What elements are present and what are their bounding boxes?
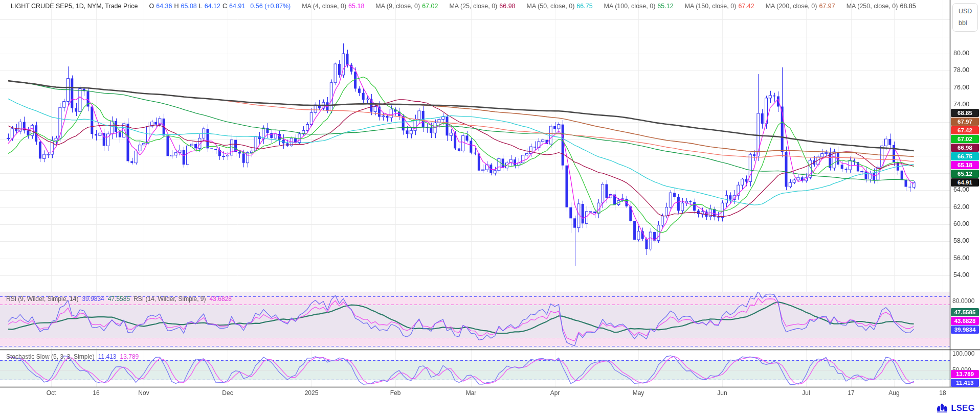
stochastic-legend: Stochastic Slow (5, 3, 3, Simple)11.4131… [6, 353, 139, 360]
stoch-tag: 11.413 [951, 379, 979, 387]
ma-legend-item: MA (50, close, 0)66.75 [521, 3, 598, 10]
price-tick-label: 60.00 [953, 220, 969, 227]
lseg-crest-icon [936, 403, 948, 413]
rsi-legend: RSI (9, Wilder, Simple, 14)39.983447.558… [6, 295, 232, 303]
price-tick-label: 64.00 [953, 186, 969, 193]
currency-label: USD [959, 8, 977, 15]
lseg-logo: LSEG [936, 403, 975, 413]
chart-application: LIGHT CRUDE SEP5, 1D, NYM, Trade PriceO6… [0, 0, 980, 418]
price-tag: 65.12 [951, 170, 979, 178]
ma-legend-item: MA (150, close, 0)67.42 [679, 3, 760, 10]
time-axis-label: Jun [717, 389, 727, 397]
ma-value: 67.97 [819, 3, 835, 10]
ma-value: 65.12 [657, 3, 673, 10]
ohlc-group: O64.36H65.08L64.12C64.910.56 (+0.87%) [143, 3, 296, 10]
ma-label: MA (150, close, 0) [685, 3, 737, 10]
time-axis-label: Feb [390, 389, 401, 397]
price-tick-label: 80.00 [953, 50, 969, 57]
change-value: 0.56 (+0.87%) [250, 3, 291, 10]
rsi-tag: 47.5585 [951, 308, 979, 316]
ma-legend-item: MA (25, close, 0)66.98 [443, 3, 521, 10]
rsi-tick-label: 80.0000 [952, 297, 974, 305]
time-axis-label: Nov [138, 389, 149, 397]
price-tag: 65.18 [951, 161, 979, 169]
rsi-legend-item: 43.6828 [210, 295, 232, 303]
time-axis-label: Apr [550, 389, 560, 397]
time-axis-label: Mar [466, 389, 477, 397]
lseg-wordmark: LSEG [951, 403, 975, 413]
time-axis-label: Oct [47, 389, 56, 397]
rsi-tag: 43.6828 [951, 317, 979, 325]
instrument-title-group: LIGHT CRUDE SEP5, 1D, NYM, Trade Price [5, 3, 143, 10]
ohlc-value: 64.36 [156, 3, 172, 10]
ma-value: 67.42 [738, 3, 754, 10]
rsi-legend-item: RSI (14, Wilder, Simple, 9) [133, 295, 206, 303]
ma-label: MA (4, close, 0) [302, 3, 346, 10]
ma-label: MA (100, close, 0) [604, 3, 656, 10]
time-axis-label: Jul [802, 389, 810, 397]
price-tick-label: 56.00 [953, 254, 969, 262]
ohlc-value: 65.08 [181, 3, 197, 10]
ma-label: MA (25, close, 0) [449, 3, 497, 10]
price-tick-label: 76.00 [953, 84, 969, 91]
price-tick-label: 54.00 [953, 271, 969, 278]
stoch-legend-item: Stochastic Slow (5, 3, 3, Simple) [6, 353, 95, 360]
chart-legend: LIGHT CRUDE SEP5, 1D, NYM, Trade PriceO6… [5, 3, 922, 10]
ma-label: MA (250, close, 0) [847, 3, 898, 10]
price-tag: 66.75 [951, 152, 979, 160]
time-axis-label: 17 [848, 389, 854, 397]
chart-canvas[interactable] [0, 0, 980, 418]
time-axis-label: 18 [939, 389, 946, 397]
ma-value: 66.75 [576, 3, 592, 10]
ohlc-label: O [149, 3, 154, 10]
ohlc-label: C [222, 3, 227, 10]
ma-label: MA (200, close, 0) [766, 3, 817, 10]
ohlc-label: H [174, 3, 179, 10]
price-tick-label: 58.00 [953, 237, 969, 244]
ma-legend-item: MA (200, close, 0)67.97 [760, 3, 841, 10]
ma-value: 65.18 [348, 3, 364, 10]
ma-value: 66.98 [499, 3, 515, 10]
rsi-legend-item: 39.9834 [82, 295, 104, 303]
ma-value: 67.02 [422, 3, 438, 10]
axis-unit-box[interactable]: USD bbl [952, 3, 978, 32]
price-tick-label: 74.00 [953, 101, 969, 108]
time-axis-label: Dec [222, 389, 233, 397]
time-axis-label: 2025 [305, 389, 319, 397]
stoch-legend-item: 13.789 [120, 353, 139, 360]
price-tag: 68.85 [951, 109, 979, 117]
ma-legend-item: MA (9, close, 0)67.02 [370, 3, 443, 10]
time-axis-label: 16 [93, 389, 99, 397]
price-tag: 64.91 [951, 178, 979, 187]
ma-legend-item: MA (100, close, 0)65.12 [598, 3, 679, 10]
ma-legend-item: MA (250, close, 0)68.85 [841, 3, 922, 10]
rsi-legend-item: 47.5585 [108, 295, 130, 303]
stoch-tick-label: 100.000 [952, 350, 974, 357]
time-axis-label: May [633, 389, 644, 397]
price-tick-label: 78.00 [953, 66, 969, 74]
ohlc-value: 64.12 [205, 3, 220, 10]
ma-label: MA (9, close, 0) [375, 3, 420, 10]
stoch-legend-item: 11.413 [98, 353, 117, 360]
price-tag: 66.98 [951, 144, 979, 152]
price-tag: 67.42 [951, 126, 979, 134]
ohlc-label: L [199, 3, 203, 10]
ma-legend-item: MA (4, close, 0)65.18 [296, 3, 370, 10]
time-axis-label: Aug [888, 389, 899, 397]
unit-label: bbl [959, 19, 977, 27]
instrument-title: LIGHT CRUDE SEP5, 1D, NYM, Trade Price [11, 3, 138, 10]
ma-value: 68.85 [900, 3, 916, 10]
ohlc-value: 64.91 [229, 3, 245, 10]
price-tag: 67.02 [951, 135, 979, 143]
ma-label: MA (50, close, 0) [527, 3, 575, 10]
rsi-tag: 39.9834 [951, 326, 979, 334]
rsi-legend-item: RSI (9, Wilder, Simple, 14) [6, 295, 78, 303]
price-tag: 67.97 [951, 118, 979, 126]
stoch-tag: 13.789 [951, 370, 979, 378]
price-tick-label: 62.00 [953, 203, 969, 211]
